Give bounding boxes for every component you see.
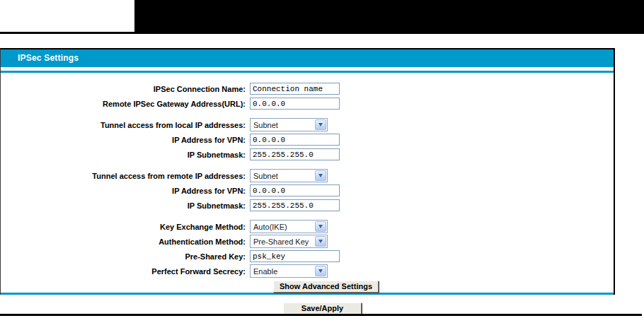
form-group: Tunnel access from local IP addresses:Su… [1, 117, 614, 162]
form-row-pre-shared-key: Pre-Shared Key: [1, 249, 614, 264]
tunnel-access-from-local-ip-addresses-select[interactable]: Subnet [250, 118, 328, 131]
field-label: Tunnel access from local IP addresses: [1, 121, 249, 129]
field-label: Authentication Method: [1, 237, 249, 246]
chevron-down-icon[interactable] [315, 221, 326, 232]
field-label: Remote IPSec Gateway Address(URL): [1, 100, 249, 108]
ip-address-for-vpn-input[interactable] [250, 184, 340, 196]
field-label: Pre-Shared Key: [1, 252, 249, 261]
ipsec-connection-name-input[interactable] [250, 83, 340, 95]
remote-ipsec-gateway-address-url-input[interactable] [250, 98, 340, 110]
field-label: Key Exchange Method: [1, 223, 249, 231]
select-value: Subnet [251, 121, 278, 129]
select-value: Subnet [251, 172, 278, 180]
select-value: Auto(IKE) [251, 223, 287, 231]
ipsec-form: IPSec Connection Name:Remote IPSec Gatew… [1, 71, 614, 295]
router-logo-banner [134, 0, 644, 32]
field-label: IP Address for VPN: [1, 136, 249, 144]
ip-address-for-vpn-input[interactable] [250, 134, 340, 146]
save-apply-button[interactable]: Save/Apply [283, 303, 362, 315]
ip-subnetmask-input[interactable] [250, 148, 340, 160]
form-row-ip-subnetmask: IP Subnetmask: [1, 147, 614, 162]
ipsec-settings-panel: IPSec Settings IPSec Connection Name:Rem… [0, 48, 615, 295]
form-row-tunnel-access-from-local-ip-addresses: Tunnel access from local IP addresses:Su… [1, 117, 614, 132]
page-title: IPSec Settings [1, 49, 614, 67]
chevron-down-icon[interactable] [315, 236, 326, 247]
form-row-ip-address-for-vpn: IP Address for VPN: [1, 183, 614, 198]
field-label: Perfect Forward Secrecy: [1, 267, 249, 276]
chevron-down-icon[interactable] [315, 266, 326, 276]
tunnel-access-from-remote-ip-addresses-select[interactable]: Subnet [250, 169, 328, 182]
form-row-ip-subnetmask: IP Subnetmask: [1, 198, 614, 213]
bottom-divider [0, 314, 642, 316]
form-row-remote-ipsec-gateway-address-url: Remote IPSec Gateway Address(URL): [1, 96, 614, 111]
chevron-down-icon[interactable] [315, 170, 326, 181]
form-row-key-exchange-method: Key Exchange Method:Auto(IKE) [1, 219, 614, 234]
ip-subnetmask-input[interactable] [250, 199, 340, 211]
form-groups: IPSec Connection Name:Remote IPSec Gatew… [1, 81, 614, 278]
show-advanced-settings-button[interactable]: Show Advanced Settings [273, 281, 379, 293]
chevron-down-icon[interactable] [315, 119, 326, 130]
authentication-method-select[interactable]: Pre-Shared Key [250, 235, 328, 248]
field-label: IPSec Connection Name: [1, 85, 249, 93]
perfect-forward-secrecy-select[interactable]: Enable [250, 264, 328, 278]
top-divider [0, 32, 644, 34]
select-value: Enable [251, 267, 277, 276]
field-label: IP Subnetmask: [1, 201, 249, 210]
form-row-ipsec-connection-name: IPSec Connection Name: [1, 81, 614, 96]
advanced-settings-row: Show Advanced Settings [273, 279, 614, 293]
pre-shared-key-input[interactable] [250, 250, 340, 262]
select-value: Pre-Shared Key [251, 237, 309, 246]
form-group: IPSec Connection Name:Remote IPSec Gatew… [1, 81, 614, 111]
field-label: IP Subnetmask: [1, 151, 249, 159]
field-label: IP Address for VPN: [1, 187, 249, 195]
form-row-perfect-forward-secrecy: Perfect Forward Secrecy:Enable [1, 264, 614, 278]
form-group: Tunnel access from remote IP addresses:S… [1, 168, 614, 213]
form-row-tunnel-access-from-remote-ip-addresses: Tunnel access from remote IP addresses:S… [1, 168, 614, 183]
form-row-ip-address-for-vpn: IP Address for VPN: [1, 132, 614, 147]
form-row-authentication-method: Authentication Method:Pre-Shared Key [1, 234, 614, 249]
ipsec-settings-page: IPSec Settings IPSec Connection Name:Rem… [0, 0, 644, 323]
form-group: Key Exchange Method:Auto(IKE)Authenticat… [1, 219, 614, 278]
key-exchange-method-select[interactable]: Auto(IKE) [250, 220, 328, 233]
field-label: Tunnel access from remote IP addresses: [1, 172, 249, 180]
